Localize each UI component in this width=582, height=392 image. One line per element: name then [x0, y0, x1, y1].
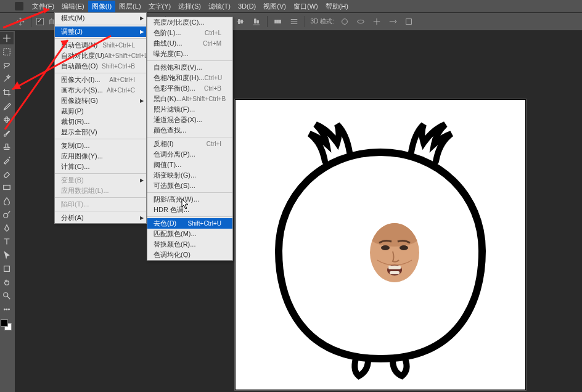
- pen-tool[interactable]: [0, 222, 14, 234]
- menu-item[interactable]: 色调均化(Q): [147, 250, 232, 260]
- menu-item: 陷印(T)...: [55, 199, 146, 210]
- menu-item-label: 分析(A): [61, 213, 84, 223]
- stamp-tool[interactable]: [0, 141, 14, 153]
- gradient-tool[interactable]: [0, 181, 14, 194]
- menu-item[interactable]: 色调分离(P)...: [147, 149, 232, 160]
- magic-wand-tool[interactable]: [0, 73, 14, 85]
- menu-item[interactable]: 曝光度(E)...: [147, 49, 232, 59]
- svg-rect-0: [275, 20, 277, 23]
- menu-item[interactable]: 图像大小(I)...Alt+Ctrl+I: [55, 75, 146, 85]
- menu-item[interactable]: 阴影/高光(W)...: [147, 194, 232, 205]
- menu-item: 变量(B): [55, 175, 146, 186]
- type-tool[interactable]: [0, 235, 14, 248]
- menu-item[interactable]: 反相(I)Ctrl+I: [147, 139, 232, 149]
- shape-tool[interactable]: [0, 263, 14, 275]
- menu-item[interactable]: 阈值(T)...: [147, 160, 232, 170]
- menu-item-label: 曲线(U)...: [154, 39, 182, 48]
- menu-item[interactable]: 色阶(L)...Ctrl+L: [147, 28, 232, 38]
- menu-separator: [55, 73, 146, 73]
- menu-select[interactable]: 选择(S): [174, 1, 205, 12]
- move-tool[interactable]: [0, 32, 14, 44]
- crop-tool[interactable]: [0, 86, 14, 99]
- menu-type[interactable]: 文字(Y): [145, 1, 175, 12]
- menu-item[interactable]: 计算(C)...: [55, 161, 146, 172]
- menu-item[interactable]: 亮度/对比度(C)...: [147, 17, 232, 28]
- menu-view[interactable]: 视图(V): [260, 1, 290, 12]
- path-select-tool[interactable]: [0, 249, 14, 261]
- menu-item[interactable]: 自动颜色(O)Shift+Ctrl+B: [55, 61, 146, 71]
- menu-item[interactable]: 复制(D)...: [55, 141, 146, 151]
- brush-tool[interactable]: [0, 127, 14, 139]
- edit-toolbar[interactable]: [0, 303, 14, 316]
- pasted-face-layer[interactable]: [368, 222, 421, 284]
- menu-item[interactable]: 照片滤镜(F)...: [147, 104, 232, 115]
- menu-item[interactable]: 调整(J): [55, 27, 146, 37]
- menu-file[interactable]: 文件(F): [28, 1, 58, 12]
- menu-item-label: 画布大小(S)...: [61, 86, 103, 95]
- eraser-tool[interactable]: [0, 168, 14, 180]
- marquee-tool[interactable]: [0, 46, 14, 58]
- menu-separator: [55, 139, 146, 139]
- color-swatch[interactable]: [0, 319, 14, 333]
- menu-item[interactable]: 曲线(U)...Ctrl+M: [147, 38, 232, 49]
- distribute-icon[interactable]: [273, 16, 284, 27]
- zoom-tool[interactable]: [0, 290, 14, 302]
- menu-item[interactable]: 色彩平衡(B)...Ctrl+B: [147, 83, 232, 94]
- menu-item[interactable]: 匹配颜色(M)...: [147, 229, 232, 239]
- align-bottom-icon[interactable]: [251, 16, 262, 27]
- eyedropper-tool[interactable]: [0, 100, 14, 112]
- 3d-orbit-icon[interactable]: [339, 16, 350, 27]
- menu-item[interactable]: 自动对比度(U)Alt+Shift+Ctrl+L: [55, 51, 146, 61]
- menu-item[interactable]: 裁切(R)...: [55, 116, 146, 127]
- menu-item-label: 调整(J): [61, 27, 83, 36]
- blur-tool[interactable]: [0, 195, 14, 207]
- menu-item[interactable]: 画布大小(S)...Alt+Ctrl+C: [55, 85, 146, 96]
- menu-item[interactable]: 应用图像(Y)...: [55, 151, 146, 161]
- menu-3d[interactable]: 3D(D): [234, 1, 260, 11]
- menu-layer[interactable]: 图层(L): [115, 1, 144, 12]
- 3d-slide-icon[interactable]: [387, 16, 398, 27]
- 3d-rotate-icon[interactable]: [355, 16, 366, 27]
- menu-item[interactable]: 通道混合器(X)...: [147, 115, 232, 125]
- lasso-tool[interactable]: [0, 59, 14, 71]
- menu-item-label: 曝光度(E)...: [154, 49, 189, 59]
- menu-item-label: 自动色调(N): [61, 41, 97, 50]
- menu-item[interactable]: 黑白(K)...Alt+Shift+Ctrl+B: [147, 94, 232, 104]
- menu-item[interactable]: 去色(D)Shift+Ctrl+U: [147, 218, 232, 229]
- menu-item[interactable]: 模式(M): [55, 13, 146, 23]
- menu-item-label: 自动对比度(U): [61, 51, 104, 60]
- menu-item[interactable]: 颜色查找...: [147, 125, 232, 136]
- document-canvas[interactable]: [236, 100, 525, 390]
- menu-item[interactable]: 分析(A): [55, 213, 146, 223]
- menu-item[interactable]: 可选颜色(S)...: [147, 181, 232, 191]
- menu-item[interactable]: 显示全部(V): [55, 127, 146, 137]
- menu-item[interactable]: 裁剪(P): [55, 106, 146, 116]
- dodge-tool[interactable]: [0, 208, 14, 221]
- heal-tool[interactable]: [0, 113, 14, 126]
- svg-rect-6: [4, 49, 10, 55]
- 3d-pan-icon[interactable]: [371, 16, 382, 27]
- history-brush-tool[interactable]: [0, 154, 14, 166]
- menu-item-label: 显示全部(V): [61, 128, 97, 137]
- hand-tool[interactable]: [0, 276, 14, 288]
- align-center-v-icon[interactable]: [235, 16, 246, 27]
- menu-item[interactable]: 自然饱和度(V)...: [147, 62, 232, 73]
- menu-item[interactable]: 自动色调(N)Shift+Ctrl+L: [55, 40, 146, 51]
- menu-item[interactable]: 色相/饱和度(H)...Ctrl+U: [147, 73, 232, 83]
- menu-item-label: 自然饱和度(V)...: [154, 63, 202, 72]
- menu-item[interactable]: 替换颜色(R)...: [147, 239, 232, 250]
- menu-item[interactable]: 渐变映射(G)...: [147, 170, 232, 181]
- menu-item[interactable]: HDR 色调...: [147, 205, 232, 215]
- menu-item-label: 黑白(K)...: [154, 94, 182, 104]
- more-align-icon[interactable]: [289, 16, 300, 27]
- menu-filter[interactable]: 滤镜(T): [205, 1, 234, 12]
- menu-item-shortcut: Alt+Shift+Ctrl+B: [182, 96, 226, 102]
- menu-image[interactable]: 图像(I): [88, 1, 115, 12]
- menu-help[interactable]: 帮助(H): [322, 1, 352, 12]
- 3d-scale-icon[interactable]: [403, 16, 414, 27]
- svg-point-4: [358, 20, 364, 23]
- menu-edit[interactable]: 编辑(E): [58, 1, 88, 12]
- menu-window[interactable]: 窗口(W): [290, 1, 322, 12]
- menu-item[interactable]: 图像旋转(G): [55, 96, 146, 106]
- auto-select-check[interactable]: [36, 18, 44, 25]
